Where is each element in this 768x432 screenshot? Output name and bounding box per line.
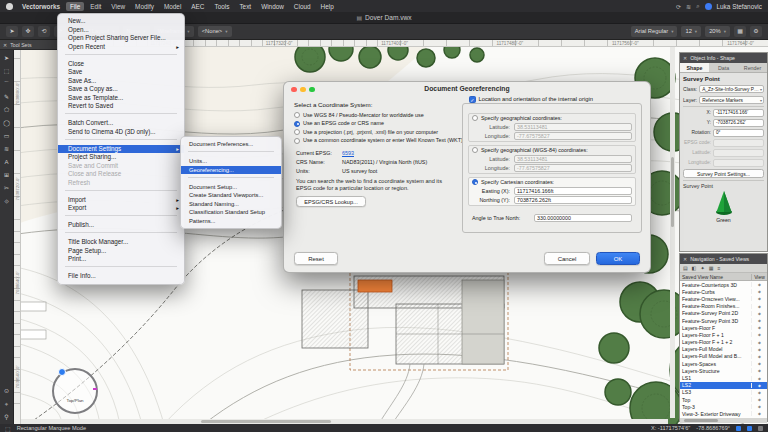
file-menu-item[interactable]: Open Recent [58, 43, 184, 52]
column-saved-view-name[interactable]: Saved View Name [680, 274, 751, 280]
menubar-item[interactable]: Cloud [290, 2, 315, 11]
saved-view-row[interactable]: Layers-Floor F + 1 + 2 ◆ [680, 339, 767, 346]
undo-icon[interactable]: ⟲ [38, 26, 50, 37]
view-icon[interactable]: ◆ [751, 296, 767, 301]
northing-field[interactable]: 7038726.262ft [514, 196, 632, 204]
navigation-header[interactable]: ✕ Navigation - Saved Views [680, 254, 767, 264]
file-menu-item[interactable]: Save as Template... [58, 94, 184, 103]
field-input[interactable] [713, 139, 764, 147]
freehand-tool-icon[interactable]: ≋ [0, 143, 14, 156]
vertical-scrollbar[interactable] [670, 47, 675, 418]
submenu-item[interactable]: Georeferencing... [181, 166, 281, 175]
user-avatar[interactable] [705, 3, 712, 10]
radio-label[interactable]: Use WGS 84 / Pseudo-Mercator for worldwi… [303, 112, 424, 118]
field-input[interactable] [713, 149, 764, 157]
saved-views-icon[interactable]: ✦ [700, 265, 704, 271]
font-size-dropdown[interactable]: 12▾ [681, 26, 701, 37]
scrollbar-thumb[interactable] [671, 157, 674, 227]
help-chat-icon[interactable] [747, 426, 752, 431]
file-menu-item[interactable]: Send to Cinema 4D (3D only)... [58, 128, 184, 137]
view-icon[interactable]: ◆ [751, 282, 767, 287]
marquee-tool-icon[interactable]: ⬚ [0, 65, 14, 78]
origin-checkbox[interactable]: ✓ [469, 96, 476, 103]
view-icon[interactable]: ◆ [751, 390, 767, 395]
menubar-item[interactable]: Text [235, 2, 255, 11]
saved-view-row[interactable]: Layers-Full Model ◆ [680, 346, 767, 353]
field-input[interactable] [713, 159, 764, 167]
close-icon[interactable]: ✕ [3, 42, 7, 48]
layers-icon[interactable]: ▤ [683, 265, 688, 271]
radio-label[interactable]: Use a projection (.prj, .prjxml, .xml) f… [303, 129, 438, 135]
file-menu-item[interactable]: Project Sharing... [58, 153, 184, 162]
view-icon[interactable]: ◆ [751, 340, 767, 345]
grid-icon[interactable]: ▦ [734, 26, 746, 37]
search-icon[interactable]: ⌕ [696, 3, 699, 10]
view-icon[interactable]: ◆ [751, 383, 767, 388]
saved-view-row[interactable]: Feature-Curbs ◆ [680, 288, 767, 295]
epsg-lookup-button[interactable]: EPSG/CRS Lookup... [296, 196, 366, 207]
file-menu-item[interactable]: Close [58, 60, 184, 69]
radio-wgs84-mercator[interactable] [294, 112, 300, 118]
view-icon[interactable]: ◆ [751, 376, 767, 381]
object-info-header[interactable]: ✕ Object Info - Shape [680, 53, 767, 63]
trim-tool-icon[interactable]: ✂ [0, 182, 14, 195]
scrollbar-thumb[interactable] [201, 420, 331, 423]
snap-angle-icon[interactable]: ⚲ [0, 411, 14, 424]
file-menu-item[interactable]: Save [58, 68, 184, 77]
field-input[interactable]: 0° [713, 129, 764, 137]
menubar-item[interactable]: AEC [187, 2, 208, 11]
file-menu-item[interactable]: Batch Convert... [58, 119, 184, 128]
radio-label[interactable]: Use an EPSG code or CRS name [303, 120, 384, 126]
file-menu-item[interactable]: Publish... [58, 221, 184, 230]
saved-view-row[interactable]: Feature-Survey Point 2D ◆ [680, 310, 767, 317]
submenu-item[interactable]: Patterns... [181, 217, 281, 226]
pen-tool-icon[interactable]: ✎ [0, 91, 14, 104]
close-icon[interactable]: ✕ [683, 55, 687, 61]
layer-dropdown[interactable]: Reference Markers [699, 96, 764, 104]
file-menu-item[interactable]: Save As... [58, 77, 184, 86]
saved-view-row[interactable]: Top ◆ [680, 396, 767, 403]
view-icon[interactable]: ◆ [751, 404, 767, 409]
tab-data[interactable]: Data [709, 63, 738, 72]
file-menu-item[interactable]: Close and Release [58, 170, 184, 179]
view-icon[interactable]: ◆ [751, 411, 767, 416]
menubar-item[interactable]: Window [257, 2, 288, 11]
column-view[interactable]: View [751, 274, 767, 280]
field-input[interactable]: -11717416.166' [713, 109, 764, 117]
file-menu-item[interactable]: Document Settings [58, 145, 184, 154]
viewports-icon[interactable]: ▦ [709, 265, 714, 271]
font-dropdown[interactable]: Arial Regular▾ [631, 26, 678, 37]
submenu-item[interactable]: Document Setup... [181, 183, 281, 192]
file-menu-item[interactable]: Save a Copy as... [58, 85, 184, 94]
saved-view-row[interactable]: Layers-Floor F ◆ [680, 324, 767, 331]
saved-view-row[interactable]: Feature-Countertops 3D ◆ [680, 281, 767, 288]
submenu-item[interactable]: Standard Naming... [181, 200, 281, 209]
selection-tool-icon[interactable]: ➤ [6, 26, 18, 37]
saved-view-row[interactable]: Layers-Structure ◆ [680, 367, 767, 374]
tool-sets-palette-header[interactable]: ✕ Tool Sets [0, 40, 57, 50]
view-icon[interactable]: ◆ [751, 325, 767, 330]
tab-shape[interactable]: Shape [680, 63, 709, 72]
navigation-scrollbar[interactable] [680, 418, 767, 423]
selection-tool-icon[interactable]: ➤ [0, 52, 14, 65]
snap-grid-icon[interactable]: ⊙ [0, 385, 14, 398]
file-menu-item[interactable]: Refresh [58, 179, 184, 188]
file-menu-item[interactable]: Import [58, 196, 184, 205]
file-menu-item[interactable]: Page Setup... [58, 247, 184, 256]
mirror-tool-icon[interactable]: ⟐ [0, 195, 14, 208]
saved-view-row[interactable]: View-3- Exterior Driveway ◆ [680, 410, 767, 417]
submenu-item[interactable]: Units... [181, 157, 281, 166]
wgs84-latitude-field[interactable]: 38.53113481 [514, 155, 632, 163]
view-icon[interactable]: ◆ [751, 332, 767, 337]
notifications-icon[interactable] [758, 426, 763, 431]
file-menu-item[interactable]: Title Block Manager... [58, 238, 184, 247]
field-input[interactable]: -7038726.262' [713, 119, 764, 127]
polygon-tool-icon[interactable]: ⬠ [0, 104, 14, 117]
circle-tool-icon[interactable]: ◯ [0, 117, 14, 130]
saved-view-row[interactable]: Layers-Full Model and B... ◆ [680, 353, 767, 360]
easting-field[interactable]: 11717416.166ft [514, 187, 632, 195]
file-menu-item[interactable]: Save and Commit [58, 162, 184, 171]
menubar-item[interactable]: Modify [131, 2, 158, 11]
file-menu-item[interactable]: Export [58, 204, 184, 213]
rectangle-tool-icon[interactable]: ▭ [0, 130, 14, 143]
